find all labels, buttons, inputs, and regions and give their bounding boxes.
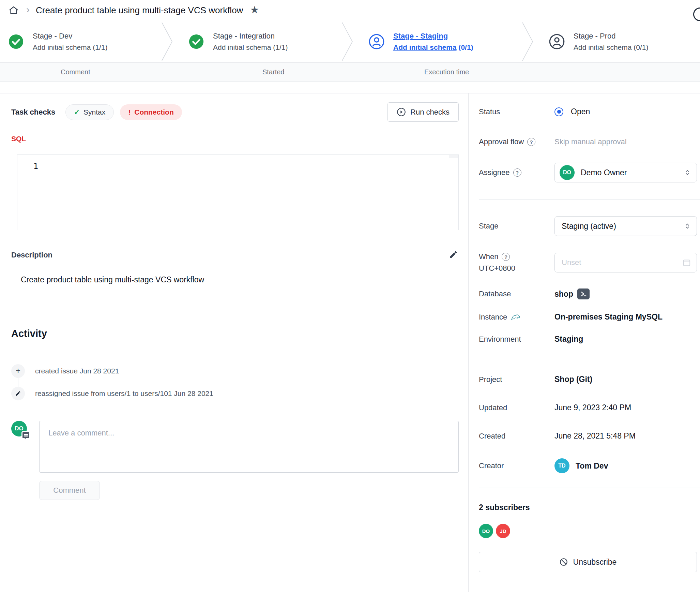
stage-prod[interactable]: Stage - Prod Add initial schema (0/1)	[535, 32, 700, 51]
question-icon[interactable]: ?	[527, 138, 535, 146]
updated-row: Updated June 9, 2023 2:40 PM	[479, 403, 700, 412]
project-value[interactable]: Shop (Git)	[554, 375, 697, 384]
calendar-icon[interactable]	[682, 258, 691, 267]
avatar[interactable]: DO	[479, 524, 493, 538]
when-label: When	[479, 252, 498, 261]
check-pill-syntax[interactable]: ✓ Syntax	[65, 104, 114, 120]
mysql-dolphin-icon	[511, 313, 521, 321]
updated-value: June 9, 2023 2:40 PM	[554, 403, 697, 412]
divider	[479, 359, 700, 359]
stage-row: Stage Staging (active)	[479, 216, 700, 236]
question-icon[interactable]: ?	[513, 168, 521, 177]
stage-separator	[159, 22, 175, 61]
status-row: Status Open	[479, 107, 700, 116]
instance-label: Instance	[479, 313, 507, 322]
column-header-execution-time: Execution time	[424, 68, 469, 76]
description-label: Description	[11, 251, 52, 260]
page-title: Create product table using multi-stage V…	[36, 5, 243, 16]
activity-text: created issue Jun 28 2021	[35, 367, 119, 375]
run-checks-button[interactable]: Run checks	[387, 102, 459, 122]
database-label: Database	[479, 290, 554, 298]
stage-staging[interactable]: Stage - Staging Add initial schema (0/1)	[355, 32, 520, 51]
activity-item: + created issue Jun 28 2021	[11, 364, 459, 378]
home-icon[interactable]	[9, 5, 19, 15]
stage-title: Stage - Integration	[213, 32, 288, 41]
creator-label: Creator	[479, 461, 554, 470]
check-icon: ✓	[74, 108, 80, 116]
created-row: Created June 28, 2021 5:48 PM	[479, 431, 700, 441]
timeline-connector	[18, 378, 18, 387]
when-datetime-input-wrap	[554, 253, 697, 272]
environment-label: Environment	[479, 335, 554, 344]
assignee-value: Demo Owner	[581, 168, 684, 177]
check-pill-connection[interactable]: ! Connection	[120, 104, 182, 120]
column-header-comment: Comment	[61, 68, 90, 76]
avatar: DO	[560, 165, 575, 180]
stage-value: Staging (active)	[560, 222, 684, 231]
breadcrumb: › Create product table using multi-stage…	[0, 0, 700, 20]
comment-button[interactable]: Comment	[39, 481, 100, 500]
instance-value[interactable]: On-premises Staging MySQL	[554, 312, 697, 322]
task-checks-label: Task checks	[11, 108, 55, 117]
updated-label: Updated	[479, 403, 554, 412]
person-circle-icon	[549, 34, 565, 49]
divider	[479, 488, 700, 488]
when-datetime-input[interactable]	[562, 258, 682, 267]
stage-title: Stage - Prod	[574, 32, 648, 41]
approval-flow-value: Skip manual approval	[554, 137, 697, 146]
question-icon[interactable]: ?	[502, 253, 510, 261]
assignee-select[interactable]: DO Demo Owner	[554, 163, 697, 182]
environment-value: Staging	[554, 335, 697, 344]
chat-bubble-icon	[21, 431, 30, 439]
divider	[11, 349, 459, 349]
activity-timeline: + created issue Jun 28 2021 reassigned i…	[11, 364, 459, 400]
stage-select[interactable]: Staging (active)	[554, 216, 697, 236]
star-icon[interactable]: ★	[250, 4, 259, 16]
editor-scrollbar[interactable]	[449, 155, 449, 230]
database-row: Database shop	[479, 288, 700, 299]
status-open-radio[interactable]	[554, 107, 563, 116]
description-text: Create product table using multi-stage V…	[11, 275, 459, 284]
stage-task-link[interactable]: Add initial schema	[393, 43, 457, 51]
stage-pipeline: Stage - Dev Add initial schema (1/1) Sta…	[0, 20, 700, 62]
created-value: June 28, 2021 5:48 PM	[554, 431, 697, 441]
assignee-row: Assignee ? DO Demo Owner	[479, 163, 700, 182]
check-circle-icon	[188, 34, 204, 49]
created-label: Created	[479, 432, 554, 441]
project-row: Project Shop (Git)	[479, 375, 700, 384]
edit-description-button[interactable]	[448, 249, 459, 261]
pencil-icon	[449, 250, 458, 259]
stage-count: (1/1)	[93, 43, 107, 51]
column-header-started: Started	[262, 68, 284, 76]
approval-flow-label: Approval flow	[479, 137, 524, 146]
editor-line-number: 1	[33, 162, 38, 171]
comment-input[interactable]	[39, 421, 459, 473]
stage-title: Stage - Staging	[393, 32, 473, 41]
terminal-icon[interactable]	[577, 288, 590, 299]
when-timezone: UTC+0800	[479, 264, 515, 273]
play-circle-icon	[397, 107, 406, 117]
help-icon[interactable]	[693, 8, 700, 21]
database-value[interactable]: shop	[554, 290, 573, 299]
subscribers-heading: 2 subscribers	[479, 503, 700, 512]
check-circle-icon	[8, 34, 24, 49]
stage-dev[interactable]: Stage - Dev Add initial schema (1/1)	[0, 32, 159, 51]
breadcrumb-chevron-icon: ›	[26, 4, 30, 15]
chevron-updown-icon	[684, 222, 691, 230]
approval-flow-row: Approval flow ? Skip manual approval	[479, 137, 700, 146]
stage-integration[interactable]: Stage - Integration Add initial schema (…	[175, 32, 339, 51]
instance-row: Instance On-premises Staging MySQL	[479, 312, 700, 322]
pencil-icon	[11, 387, 25, 400]
creator-value[interactable]: Tom Dev	[576, 461, 608, 471]
when-row: When ? UTC+0800	[479, 252, 700, 273]
stage-separator	[520, 22, 535, 61]
stage-count: (1/1)	[273, 43, 288, 51]
plus-icon: +	[11, 364, 25, 378]
activity-item: reassigned issue from users/1 to users/1…	[11, 387, 459, 400]
avatar[interactable]: JD	[496, 524, 510, 538]
person-circle-icon	[369, 34, 384, 49]
unsubscribe-button[interactable]: Unsubscribe	[479, 552, 697, 572]
sql-editor[interactable]: 1	[17, 154, 459, 230]
issue-sidebar: Status Open Approval flow ? Skip manual …	[469, 93, 700, 592]
divider	[479, 199, 700, 200]
